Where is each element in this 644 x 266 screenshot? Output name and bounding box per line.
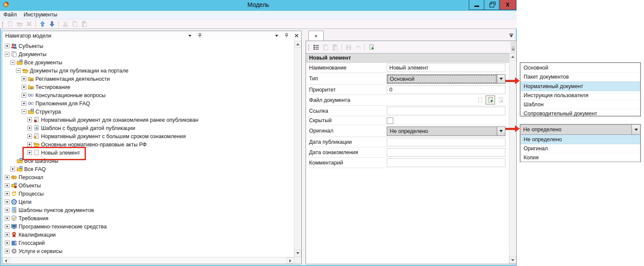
дата-ознакомления-input[interactable]: [387, 148, 505, 157]
scroll-down-icon[interactable]: [294, 250, 301, 257]
file-add-button[interactable]: [486, 95, 495, 104]
комментарий-input[interactable]: [387, 158, 505, 167]
tree-item[interactable]: Документы: [2, 50, 294, 58]
pin-icon[interactable]: [197, 32, 203, 38]
tree-expander-icon[interactable]: [5, 232, 9, 237]
close-button[interactable]: X: [499, 0, 516, 10]
tree-expander-icon[interactable]: [5, 208, 9, 212]
tab-close-icon[interactable]: ×: [314, 33, 318, 39]
tree-item-label[interactable]: Все FAQ: [24, 166, 46, 172]
tree-item-label[interactable]: Приложения для FAQ: [35, 101, 90, 107]
tree-item-label[interactable]: Нормативный документ с большим сроком оз…: [41, 133, 186, 139]
tree-item-label[interactable]: Шаблон с будущей датой публикации: [41, 125, 135, 131]
tree-expander-icon[interactable]: [5, 224, 9, 229]
tree-item-label[interactable]: Глоссарий: [19, 240, 45, 246]
tree-item[interactable]: ?Глоссарий: [2, 239, 294, 247]
dropdown-option[interactable]: Основной: [521, 63, 640, 73]
tree-item[interactable]: Программно-технические средства: [2, 222, 294, 231]
toolbar-overflow-icon[interactable]: [511, 41, 516, 53]
menu-item-файл[interactable]: Файл: [0, 11, 20, 19]
tree-expander-icon[interactable]: [27, 117, 32, 122]
ссылка-input[interactable]: [387, 107, 505, 115]
move-down-button[interactable]: [47, 20, 56, 28]
tree-expander-icon[interactable]: [5, 200, 9, 204]
toolbar-grip[interactable]: [2, 21, 4, 28]
tree-item[interactable]: Квалификации: [2, 231, 294, 239]
tree-item-label[interactable]: Квалификации: [19, 232, 56, 238]
tree-item[interactable]: Шаблоны пунктов документов: [2, 206, 294, 214]
приоритет-input[interactable]: 0: [387, 86, 505, 94]
scroll-right-icon[interactable]: [287, 257, 294, 264]
scroll-down-icon[interactable]: [509, 256, 516, 264]
дата-публикации-input[interactable]: [387, 138, 505, 146]
tree-expander-icon[interactable]: [27, 134, 32, 139]
tree-item-label[interactable]: Шаблоны пунктов документов: [19, 207, 94, 213]
dropdown-option[interactable]: Шаблон: [521, 100, 640, 109]
tree-item[interactable]: Субъекты: [2, 42, 294, 50]
tree-item-label[interactable]: Все шаблоны: [24, 158, 58, 164]
chevron-down-icon[interactable]: [497, 75, 505, 83]
оригинал-dropdown[interactable]: Не определено: [387, 127, 505, 136]
chevron-down-icon[interactable]: [631, 125, 640, 134]
dropdown-option[interactable]: Инструкция пользователя: [521, 91, 640, 100]
tree-item[interactable]: AШаблон с будущей датой публикации: [2, 124, 294, 132]
tree-item[interactable]: Нормативный документ с большим сроком оз…: [2, 132, 294, 140]
tree-expander-icon[interactable]: [22, 85, 26, 89]
tree-item[interactable]: Тестирование: [2, 83, 294, 91]
tree-item[interactable]: Основные нормативно-правовые акты РФ: [2, 140, 294, 149]
restore-button[interactable]: [484, 0, 499, 10]
dropdown-option[interactable]: Копия: [521, 153, 640, 162]
tree-expander-icon[interactable]: [5, 44, 9, 48]
scroll-up-icon[interactable]: [509, 53, 516, 60]
tree-expander-icon[interactable]: [10, 60, 15, 65]
editor-tab[interactable]: ×: [308, 31, 324, 41]
tree-expander-icon[interactable]: [5, 241, 9, 245]
tree-expander-icon[interactable]: [22, 109, 26, 114]
tree-item-label[interactable]: Цели: [19, 199, 32, 205]
tab-options-icon[interactable]: [508, 32, 514, 38]
editor-vertical-scrollbar[interactable]: [509, 53, 516, 264]
tree-item[interactable]: Цели: [2, 198, 294, 206]
tree-expander-icon[interactable]: [5, 216, 9, 221]
menu-item-инструменты[interactable]: Инструменты: [20, 11, 61, 19]
tree-expander-icon[interactable]: [5, 52, 9, 57]
tree-item[interactable]: Новый элемент: [2, 149, 294, 157]
toolbar-grip[interactable]: [308, 44, 310, 51]
tree-expander-icon[interactable]: [27, 126, 32, 130]
tree-item[interactable]: Все шаблоны: [2, 157, 294, 165]
наименование-input[interactable]: Новый элемент: [387, 63, 505, 72]
tree-expander-icon[interactable]: [27, 142, 32, 147]
tree-item-label[interactable]: Основные нормативно-правовые акты РФ: [41, 142, 147, 148]
tree-item[interactable]: Процессы: [2, 190, 294, 198]
chevron-down-icon[interactable]: [497, 127, 505, 136]
tree-item[interactable]: Все FAQ: [2, 165, 294, 173]
tree-expander-icon[interactable]: [22, 76, 26, 81]
props-list-button[interactable]: [312, 43, 320, 51]
tree-item-label[interactable]: Консультационные вопросы: [35, 92, 105, 98]
minimize-button[interactable]: [469, 0, 484, 10]
tree-item[interactable]: Консультационные вопросы: [2, 91, 294, 99]
dropdown-option[interactable]: Сопроводительный документ: [521, 109, 640, 118]
dropdown-option[interactable]: Оригинал: [521, 144, 640, 153]
tree-item-label[interactable]: Все документы: [24, 60, 62, 66]
tree-item-label[interactable]: Документы для публикации на портале: [30, 68, 129, 74]
scroll-up-icon[interactable]: [294, 41, 301, 48]
tree-expander-icon[interactable]: [22, 101, 26, 106]
tree-item-label[interactable]: Услуги и сервисы: [19, 248, 62, 254]
chevron-down-icon[interactable]: [274, 32, 280, 38]
tree-item-label[interactable]: Документы: [19, 51, 46, 57]
тип-dropdown[interactable]: Основной: [387, 74, 505, 84]
tree-expander-icon[interactable]: [5, 191, 9, 196]
original-combobox[interactable]: Не определено: [521, 125, 640, 135]
tree-item[interactable]: Все документы: [2, 58, 294, 66]
tree-item[interactable]: Нормативный документ для ознакомления ра…: [2, 116, 294, 124]
tree-horizontal-scrollbar[interactable]: [2, 257, 294, 264]
tree-item-label[interactable]: Нормативный документ для ознакомления ра…: [41, 117, 198, 123]
tree-item[interactable]: Требования: [2, 214, 294, 222]
tree-item-label[interactable]: Программно-технические средства: [19, 224, 107, 230]
tree-expander-icon[interactable]: [5, 183, 9, 188]
tree-expander-icon[interactable]: [5, 175, 9, 180]
tree-item[interactable]: Структура: [2, 108, 294, 116]
tree-item[interactable]: Приложения для FAQ: [2, 99, 294, 108]
tree-item-label[interactable]: Структура: [35, 109, 61, 115]
